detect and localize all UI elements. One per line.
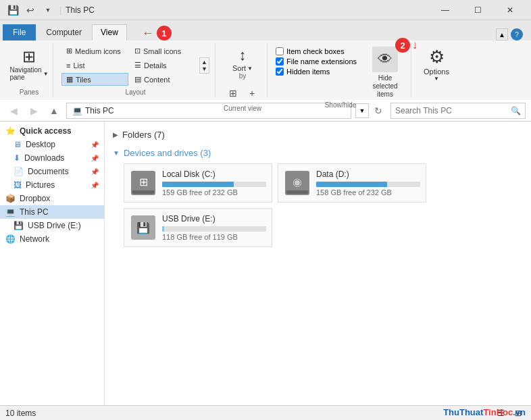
- forward-button[interactable]: ▶: [26, 103, 42, 119]
- pin-icon-desktop: 📌: [91, 141, 99, 149]
- sidebar-item-documents[interactable]: 📄 Documents 📌: [0, 165, 104, 178]
- options-label: Options: [424, 68, 449, 76]
- panes-content: ⊞ Navigationpane ▼: [11, 45, 47, 86]
- small-icons-icon: ⊡: [134, 47, 141, 55]
- group-by-button[interactable]: ⊞: [224, 84, 242, 102]
- list-icon: ≡: [66, 61, 70, 70]
- sidebar-item-usb-drive[interactable]: 💾 USB Drive (E:): [0, 219, 104, 232]
- undo-icon[interactable]: ↩: [23, 3, 38, 18]
- tiles-label: Tiles: [76, 76, 91, 84]
- add-columns-button[interactable]: +: [243, 84, 261, 102]
- devices-section: ▼ Devices and drives (3) ⊞: [113, 145, 523, 247]
- ribbon-collapse-btn[interactable]: ▲: [496, 28, 508, 41]
- folders-section-header[interactable]: ▶ Folders (7): [113, 127, 523, 142]
- content-icon: ▤: [134, 75, 141, 84]
- pin-icon-documents: 📌: [91, 168, 99, 176]
- sidebar-item-this-pc[interactable]: 💻 This PC: [0, 205, 104, 219]
- drive-c-bar-bg: [162, 182, 266, 187]
- hide-selected-button[interactable]: 👁 Hide selected items: [365, 45, 405, 99]
- folders-toggle-icon: ▶: [113, 131, 118, 138]
- layout-tiles[interactable]: ▦ Tiles: [61, 73, 128, 86]
- pictures-icon: 🖼: [14, 180, 22, 190]
- file-name-extensions-checkbox[interactable]: [276, 57, 284, 65]
- details-icon: ☰: [134, 61, 141, 70]
- options-button[interactable]: ⚙ Options ▼: [420, 45, 453, 84]
- drive-e[interactable]: 💾 USB Drive (E:) 118 GB free of 119 GB: [124, 208, 272, 247]
- layout-details[interactable]: ☰ Details: [130, 59, 197, 72]
- ribbon-group-current-view: ↕ Sort ▼ by ⊞ + Current view: [218, 43, 268, 97]
- layout-content[interactable]: ▤ Content: [130, 73, 197, 86]
- up-button[interactable]: ▲: [46, 103, 62, 119]
- drive-e-size: 118 GB free of 119 GB: [162, 233, 266, 241]
- sidebar-item-quick-access[interactable]: ⭐ Quick access: [0, 124, 104, 138]
- hidden-items-option[interactable]: Hidden items: [276, 68, 357, 76]
- details-label: Details: [144, 61, 167, 70]
- annotation-badge-2: 2: [395, 38, 410, 53]
- back-button[interactable]: ◀: [5, 103, 22, 119]
- file-name-extensions-option[interactable]: File name extensions: [276, 57, 357, 65]
- sort-icon: ↕: [238, 47, 246, 64]
- hdd-tray-d: [286, 190, 308, 194]
- drive-c-icon-wrap: ⊞: [130, 169, 157, 196]
- search-input[interactable]: [395, 106, 508, 115]
- item-check-boxes-checkbox[interactable]: [276, 47, 284, 55]
- annotation-arrow-2: ↓: [412, 39, 418, 51]
- list-label: List: [73, 61, 84, 70]
- address-bar: ◀ ▶ ▲ 💻 This PC ▼ ↻ 🔍: [0, 100, 531, 122]
- refresh-button[interactable]: ↻: [370, 103, 386, 119]
- drive-c[interactable]: ⊞ Local Disk (C:) 159 GB free of 232 GB: [124, 163, 272, 203]
- devices-toggle-icon: ▼: [113, 149, 120, 157]
- tab-view[interactable]: View: [92, 24, 127, 41]
- maximize-button[interactable]: ☐: [462, 0, 493, 20]
- sidebar-item-dropbox[interactable]: 📦 Dropbox: [0, 192, 104, 205]
- tab-file[interactable]: File: [3, 24, 36, 41]
- devices-section-header[interactable]: ▼ Devices and drives (3): [113, 145, 523, 161]
- current-view-content: ↕ Sort ▼ by ⊞ +: [224, 45, 261, 102]
- drive-d-size: 158 GB free of 232 GB: [316, 188, 420, 196]
- dropbox-icon: 📦: [5, 194, 16, 203]
- layout-group-label: Layout: [125, 87, 145, 96]
- item-check-boxes-option[interactable]: Item check boxes: [276, 47, 357, 55]
- drive-d[interactable]: ◉ Data (D:) 158 GB free of 232 GB: [278, 163, 426, 203]
- hidden-items-checkbox[interactable]: [276, 68, 284, 76]
- layout-scroll[interactable]: ▲▼: [199, 57, 209, 74]
- save-icon[interactable]: 💾: [5, 3, 20, 18]
- close-button[interactable]: ✕: [495, 0, 526, 20]
- tiles-icon: ▦: [66, 75, 73, 84]
- ribbon-wrapper: File Computer View ← 1 ▲ ? ⊞ Navigationp…: [0, 20, 531, 100]
- path-controls: ▼ ↻: [355, 103, 386, 119]
- drive-e-bar-bg: [162, 226, 266, 232]
- showhide-group-label: Show/hide: [325, 100, 357, 109]
- drive-e-icon: 💾: [131, 215, 155, 240]
- content-label: Content: [144, 76, 170, 84]
- drive-d-icon-wrap: ◉: [284, 169, 311, 196]
- navigation-pane-button[interactable]: ⊞ Navigationpane ▼: [11, 45, 47, 84]
- drive-d-name: Data (D:): [316, 169, 420, 179]
- layout-medium-icons[interactable]: ⊞ Medium icons: [61, 45, 128, 57]
- sidebar-item-downloads[interactable]: ⬇ Downloads 📌: [0, 151, 104, 165]
- pin-icon-pictures: 📌: [91, 182, 99, 189]
- sidebar-item-pictures[interactable]: 🖼 Pictures 📌: [0, 178, 104, 192]
- layout-list[interactable]: ≡ List: [61, 59, 128, 72]
- item-check-boxes-label: Item check boxes: [286, 47, 345, 55]
- tab-computer[interactable]: Computer: [37, 24, 91, 41]
- sort-by-button[interactable]: ↕ Sort ▼ by: [228, 45, 257, 82]
- sidebar-item-label-usb-drive: USB Drive (E:): [28, 221, 81, 230]
- address-path[interactable]: 💻 This PC: [66, 103, 351, 119]
- brand-domain: .vn: [513, 407, 526, 417]
- hide-selected-icon: 👁: [372, 47, 398, 72]
- usb-drive-e-icon: 💾: [136, 221, 150, 234]
- windows-logo: ⊞: [139, 176, 148, 188]
- layout-small-icons[interactable]: ⊡ Small icons: [130, 45, 197, 57]
- current-view-label: Current view: [224, 103, 261, 112]
- help-btn[interactable]: ?: [511, 28, 523, 41]
- sidebar-item-network[interactable]: 🌐 Network: [0, 232, 104, 246]
- ribbon-group-layout: ⊞ Medium icons ⊡ Small icons ≡ List ☰ De…: [56, 43, 216, 97]
- title-bar: 💾 ↩ ▼ | This PC — ☐ ✕: [0, 0, 531, 20]
- dropdown-icon[interactable]: ▼: [41, 3, 55, 18]
- minimize-button[interactable]: —: [430, 0, 461, 20]
- sidebar-item-desktop[interactable]: 🖥 Desktop 📌: [0, 138, 104, 151]
- path-icon: 💻: [72, 106, 82, 115]
- annotation-badge-1: 1: [157, 26, 172, 41]
- path-dropdown-button[interactable]: ▼: [355, 103, 369, 118]
